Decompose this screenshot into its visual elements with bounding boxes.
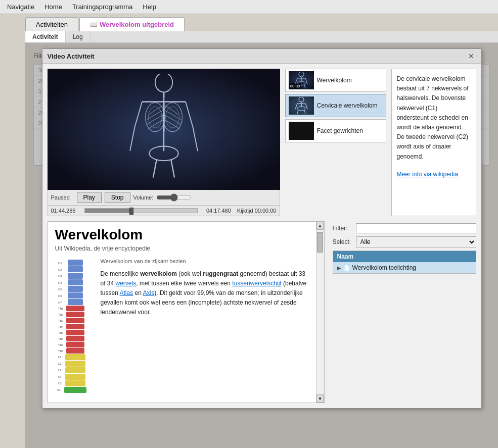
- wiki-body-content: C1 C2 C3 C4 C5 C6 C7 Th1: [55, 257, 309, 395]
- wiki-subtitle: Uit Wikipedia, de vrije encyclopedie: [55, 245, 309, 252]
- volume-slider[interactable]: [156, 194, 192, 201]
- video-display: [48, 69, 280, 190]
- wiki-scrollbar: ▲ ▼: [316, 222, 324, 403]
- video-screen[interactable]: [48, 69, 280, 190]
- playlist-item-label-2: Cervicale wervelkolom: [317, 102, 378, 109]
- playlist-item[interactable]: 00:00 Wervelkolom: [285, 69, 386, 92]
- svg-rect-38: [68, 299, 83, 305]
- playlist-item-active[interactable]: Cervicale wervelkolom: [285, 94, 386, 117]
- progress-bar[interactable]: [84, 208, 198, 213]
- progress-thumb[interactable]: [129, 208, 133, 215]
- svg-rect-42: [66, 324, 84, 329]
- wiki-body: Wervelkolom van de zijkant bezien De men…: [101, 257, 309, 395]
- playlist-item-3[interactable]: Facet gewrichten: [285, 119, 386, 142]
- scrollbar-down-button[interactable]: ▼: [316, 394, 324, 403]
- svg-line-14: [153, 160, 156, 177]
- progress-fill: [85, 209, 130, 213]
- tab-bar: Activiteiten 📖 Wervelkolom uitgebreid: [25, 14, 498, 31]
- time-bar-row: 01:44.286 04:17.480 Kijktijd 00:00:00: [48, 206, 280, 216]
- app-area: Activiteiten 📖 Wervelkolom uitgebreid Ac…: [0, 14, 498, 448]
- wiki-text-area: Wervelkolom Uit Wikipedia, de vrije ency…: [48, 222, 316, 403]
- menu-trainingsprogramma[interactable]: Trainingsprogramma: [67, 1, 138, 13]
- svg-rect-40: [66, 312, 84, 317]
- svg-line-31: [304, 110, 305, 114]
- playlist-item-label: Wervelkolom: [317, 77, 352, 84]
- right-filter-label: Filter:: [333, 225, 353, 232]
- sidebar: [0, 14, 25, 448]
- right-filter-input[interactable]: [356, 223, 476, 233]
- svg-text:Th4: Th4: [58, 325, 64, 328]
- svg-text:L5: L5: [58, 382, 62, 385]
- dialog-title: Video Activiteit: [48, 53, 95, 60]
- thumb-timer: 00:00: [289, 83, 301, 89]
- scrollbar-track: [316, 230, 324, 394]
- video-playlist: 00:00 Wervelkolom: [285, 69, 386, 216]
- content-area: Filter: Select: 30 26 31 27 28 29: [25, 43, 498, 448]
- tree-item[interactable]: ▶ 📄 Wervelkolom toelichting: [333, 262, 476, 273]
- video-controls: Paused Play Stop Volume:: [48, 190, 280, 206]
- svg-text:L3: L3: [58, 369, 62, 372]
- svg-text:C3: C3: [58, 275, 62, 278]
- wiki-title: Wervelkolom: [55, 227, 309, 243]
- tree-arrow-icon: ▶: [337, 265, 341, 271]
- svg-line-15: [171, 160, 174, 177]
- svg-line-20: [305, 78, 307, 84]
- menu-help[interactable]: Help: [138, 1, 161, 13]
- svg-text:L4: L4: [58, 375, 62, 378]
- volume-label: Volume:: [133, 194, 154, 201]
- svg-line-28: [305, 104, 307, 109]
- tab-wervelkolom[interactable]: 📖 Wervelkolom uitgebreid: [79, 17, 185, 31]
- stop-button[interactable]: Stop: [105, 192, 130, 203]
- kijktijd: Kijktijd 00:00:00: [237, 208, 277, 214]
- info-text: De cervicale wervelkolom bestaat uit 7 n…: [397, 74, 471, 162]
- svg-rect-36: [68, 286, 83, 292]
- skeleton-figure: [113, 74, 214, 185]
- menu-navigatie[interactable]: Navigatie: [2, 1, 39, 13]
- svg-rect-32: [68, 260, 83, 266]
- svg-line-11: [186, 102, 193, 127]
- svg-rect-34: [68, 273, 83, 279]
- menu-home[interactable]: Home: [39, 1, 67, 13]
- book-icon: 📖: [90, 21, 98, 28]
- svg-text:C6: C6: [58, 294, 62, 297]
- dialog-close-button[interactable]: ✕: [466, 52, 476, 60]
- video-activity-dialog: Video Activiteit ✕: [42, 48, 482, 409]
- thumb-skeleton-icon-2: [291, 97, 311, 114]
- spine-svg: C1 C2 C3 C4 C5 C6 C7 Th1: [55, 257, 96, 393]
- subtabs: Activiteit Log: [25, 31, 498, 43]
- tab-activiteiten[interactable]: Activiteiten: [25, 17, 78, 31]
- svg-rect-48: [65, 361, 85, 367]
- svg-text:C7: C7: [58, 301, 62, 304]
- svg-rect-44: [66, 336, 84, 341]
- menubar: Navigatie Home Trainingsprogramma Help: [0, 0, 498, 14]
- svg-text:C4: C4: [58, 281, 62, 284]
- wiki-container: Wervelkolom Uit Wikipedia, de vrije ency…: [48, 221, 325, 403]
- spine-image: C1 C2 C3 C4 C5 C6 C7 Th1: [55, 257, 96, 395]
- svg-text:C2: C2: [58, 268, 62, 271]
- scrollbar-thumb[interactable]: [317, 232, 323, 253]
- right-select-row: Select: Alle Actief Inactief: [333, 236, 476, 247]
- svg-point-24: [299, 97, 304, 102]
- right-filter-row: Filter:: [333, 223, 476, 233]
- tab-activiteiten-label: Activiteiten: [36, 21, 68, 28]
- right-select-dropdown[interactable]: Alle Actief Inactief: [356, 236, 476, 247]
- video-status: Paused: [51, 194, 74, 201]
- time-start: 01:44.286: [51, 208, 81, 214]
- main-content: Activiteiten 📖 Wervelkolom uitgebreid Ac…: [25, 14, 498, 448]
- svg-rect-45: [66, 342, 84, 347]
- time-end: 04:17.480: [201, 208, 231, 214]
- svg-rect-33: [68, 266, 83, 272]
- svg-line-10: [130, 127, 135, 151]
- info-link[interactable]: Meer info via wikipedia: [397, 171, 458, 178]
- svg-text:Th6: Th6: [58, 337, 64, 340]
- scrollbar-up-button[interactable]: ▲: [316, 222, 324, 230]
- svg-text:Th1: Th1: [58, 307, 64, 310]
- tree-view: Naam ▶ 📄 Wervelkolom toelichting: [333, 251, 476, 274]
- tab-wervelkolom-label: Wervelkolom uitgebreid: [100, 21, 174, 28]
- subtab-log[interactable]: Log: [66, 31, 90, 42]
- svg-text:L1: L1: [58, 356, 62, 359]
- subtab-activiteit[interactable]: Activiteit: [25, 31, 66, 42]
- play-button[interactable]: Play: [77, 192, 102, 203]
- svg-line-27: [295, 104, 297, 109]
- wiki-body-text: De menselijke wervelkolom (ook wel rugge…: [101, 269, 309, 318]
